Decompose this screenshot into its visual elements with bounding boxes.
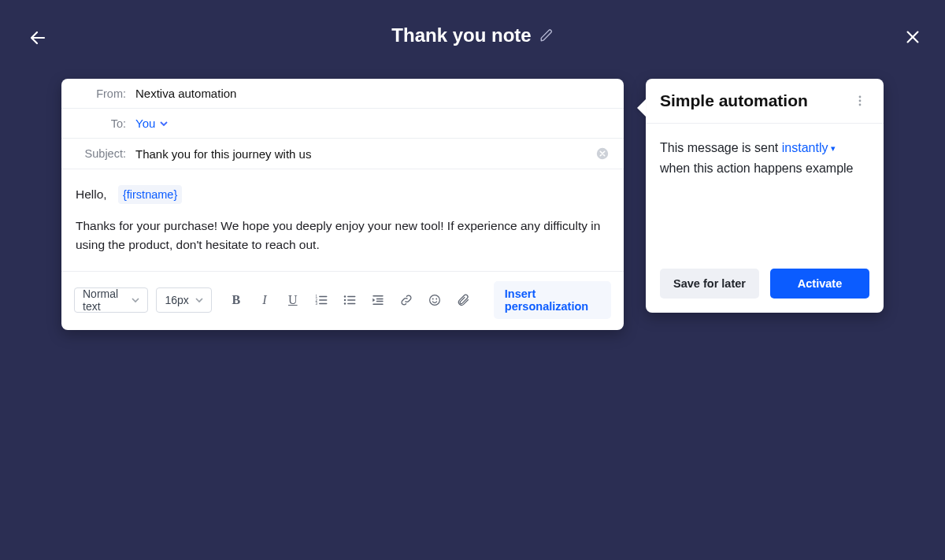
caret-down-icon xyxy=(195,296,203,304)
panel-pointer xyxy=(637,99,646,117)
caret-down-icon xyxy=(160,120,168,128)
clear-icon xyxy=(595,146,610,161)
back-button[interactable] xyxy=(28,28,47,47)
emoji-button[interactable] xyxy=(426,291,443,309)
to-value: You xyxy=(135,117,155,130)
side-panel-wrap: Simple automation This message is sent i… xyxy=(646,79,884,313)
svg-point-5 xyxy=(344,299,346,300)
font-size-value: 16px xyxy=(165,294,188,306)
from-row: From: Nextiva automation xyxy=(61,79,624,109)
subject-row: Subject: Thank you for this journey with… xyxy=(61,139,624,169)
composer-card: From: Nextiva automation To: You Subject… xyxy=(61,79,624,330)
from-label: From: xyxy=(76,87,126,100)
editor-body[interactable]: Hello, {firstname} Thanks for your purch… xyxy=(61,169,624,271)
side-footer: Save for later Activate xyxy=(646,258,884,313)
svg-point-7 xyxy=(429,295,439,305)
svg-text:3: 3 xyxy=(315,302,317,306)
stage: From: Nextiva automation To: You Subject… xyxy=(61,79,884,330)
subject-label: Subject: xyxy=(76,147,126,160)
caret-down-icon: ▾ xyxy=(831,141,836,155)
paperclip-icon xyxy=(456,293,470,307)
body-paragraph: Thanks for your purchase! We hope you de… xyxy=(76,217,610,254)
to-value-wrap: You xyxy=(135,117,610,130)
text-style-value: Normal text xyxy=(83,287,125,313)
kebab-icon xyxy=(854,95,866,107)
ordered-list-button[interactable]: 1 2 3 xyxy=(313,291,330,309)
clear-subject-button[interactable] xyxy=(595,146,610,161)
link-button[interactable] xyxy=(398,291,415,309)
underline-button[interactable]: U xyxy=(284,291,302,309)
automation-panel: Simple automation This message is sent i… xyxy=(646,79,884,313)
font-size-select[interactable]: 16px xyxy=(156,287,211,313)
pencil-icon xyxy=(539,28,554,43)
from-value: Nextiva automation xyxy=(135,87,610,100)
activate-button[interactable]: Activate xyxy=(770,269,869,299)
timing-dropdown[interactable]: instantly ▾ xyxy=(782,138,836,158)
caret-down-icon xyxy=(132,296,139,304)
subject-input[interactable]: Thank you for this journey with us xyxy=(135,147,595,161)
indent-button[interactable] xyxy=(369,291,387,309)
sentence-part-b: when this action happens example xyxy=(660,161,854,175)
svg-point-6 xyxy=(344,302,346,304)
editor-toolbar: Normal text 16px B I U 1 xyxy=(61,271,624,330)
edit-title-button[interactable] xyxy=(539,28,554,43)
italic-button[interactable]: I xyxy=(256,291,273,309)
bold-button[interactable]: B xyxy=(228,291,245,309)
to-label: To: xyxy=(76,117,126,130)
text-style-select[interactable]: Normal text xyxy=(74,287,148,313)
personalization-chip[interactable]: {firstname} xyxy=(118,185,182,204)
arrow-left-icon xyxy=(28,28,47,47)
greeting-line: Hello, {firstname} xyxy=(76,185,610,204)
unordered-list-button[interactable] xyxy=(341,291,358,309)
close-icon xyxy=(904,28,921,46)
page-header: Thank you note xyxy=(0,0,945,71)
greeting-text: Hello, xyxy=(76,187,107,201)
save-for-later-button[interactable]: Save for later xyxy=(660,269,759,299)
unordered-list-icon xyxy=(343,293,357,307)
side-body: This message is sent instantly ▾ when th… xyxy=(646,124,884,258)
to-dropdown[interactable]: You xyxy=(135,117,168,130)
page-title: Thank you note xyxy=(391,24,531,46)
svg-point-8 xyxy=(432,298,434,299)
svg-point-10 xyxy=(859,96,862,98)
svg-point-4 xyxy=(344,295,346,297)
indent-icon xyxy=(371,293,385,307)
page-title-wrap: Thank you note xyxy=(391,24,553,46)
close-button[interactable] xyxy=(904,28,921,46)
ordered-list-icon: 1 2 3 xyxy=(314,293,328,307)
sentence-part-a: This message is sent xyxy=(660,141,778,154)
attachment-button[interactable] xyxy=(454,291,472,309)
timing-value: instantly xyxy=(782,138,828,158)
panel-menu-button[interactable] xyxy=(850,93,869,109)
side-header: Simple automation xyxy=(646,79,884,124)
side-title: Simple automation xyxy=(660,91,808,110)
insert-personalization-button[interactable]: Insert personalization xyxy=(494,281,611,319)
svg-point-11 xyxy=(859,100,862,102)
svg-point-12 xyxy=(859,104,862,106)
svg-point-9 xyxy=(435,298,437,299)
to-row: To: You xyxy=(61,109,624,139)
format-icons: B I U 1 2 3 xyxy=(228,291,472,309)
emoji-icon xyxy=(428,293,442,307)
link-icon xyxy=(399,293,413,307)
